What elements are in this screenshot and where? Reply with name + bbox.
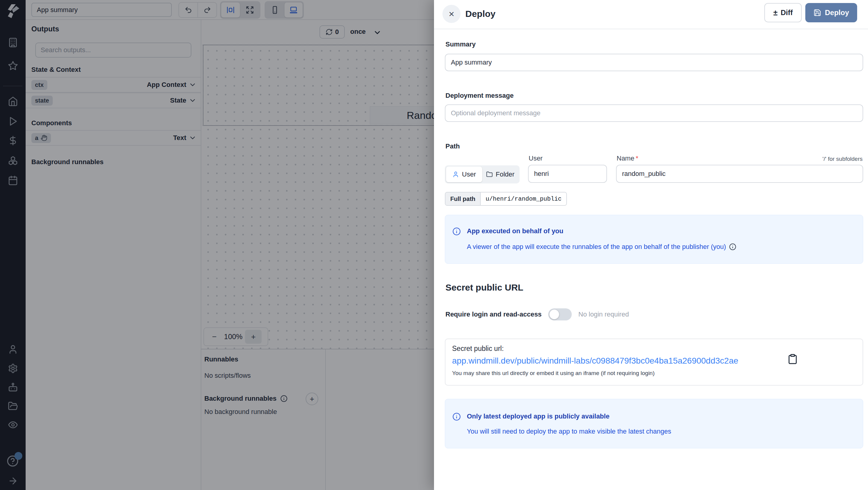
ctx-chip: ctx bbox=[31, 80, 47, 90]
state-type-label: State bbox=[170, 96, 186, 105]
background-runnables-empty-text: No background runnable bbox=[204, 408, 277, 416]
rail-divider bbox=[3, 86, 22, 86]
owner-folder-option[interactable]: Folder bbox=[482, 167, 518, 182]
laptop-icon bbox=[289, 6, 298, 14]
notification-dot bbox=[14, 452, 22, 460]
ctx-type-label: App Context bbox=[147, 81, 186, 89]
output-row-state[interactable]: state State bbox=[26, 93, 201, 108]
centered-layout-button[interactable] bbox=[221, 2, 240, 18]
fullwidth-layout-button[interactable] bbox=[241, 2, 259, 18]
component-a-chip: a bbox=[31, 133, 51, 143]
login-state-label: No login required bbox=[578, 311, 629, 318]
state-chip: state bbox=[31, 96, 53, 106]
folder-open-icon[interactable] bbox=[8, 401, 18, 411]
path-user-input[interactable] bbox=[528, 165, 607, 183]
add-background-runnable-button[interactable]: + bbox=[306, 393, 318, 405]
latest-info-body: You will still need to deploy the app to… bbox=[467, 428, 671, 435]
owner-user-label: User bbox=[462, 171, 476, 178]
full-path-label: Full path bbox=[445, 193, 481, 205]
latest-info-box: Only latest deployed app is publicly ava… bbox=[445, 399, 863, 449]
windmill-app-editor: Outputs State & Context ctx App Context … bbox=[0, 0, 868, 490]
settings-gear-icon[interactable] bbox=[8, 363, 18, 374]
building-icon[interactable] bbox=[8, 37, 18, 48]
undo-icon bbox=[184, 6, 192, 14]
drawer-title: Deploy bbox=[465, 9, 495, 19]
components-title: Components bbox=[31, 119, 72, 127]
secret-url-note: You may share this url directly or embed… bbox=[452, 370, 655, 377]
require-login-label: Require login and read-access bbox=[445, 311, 541, 318]
star-icon[interactable] bbox=[8, 61, 18, 71]
chevron-down-icon[interactable] bbox=[189, 81, 196, 89]
info-icon bbox=[453, 412, 461, 421]
runnables-title: Runnables bbox=[204, 355, 238, 363]
chevron-down-icon[interactable] bbox=[189, 134, 196, 142]
home-icon[interactable] bbox=[8, 96, 18, 107]
bot-icon[interactable] bbox=[8, 382, 18, 392]
summary-label: Summary bbox=[445, 40, 475, 48]
secret-url-title: Secret public URL bbox=[445, 282, 523, 293]
windmill-logo-icon[interactable] bbox=[4, 3, 21, 19]
zoom-in-button[interactable]: + bbox=[245, 330, 261, 344]
help-button[interactable] bbox=[7, 455, 20, 468]
deployment-message-input[interactable] bbox=[445, 105, 863, 122]
save-icon bbox=[813, 9, 821, 17]
schedules-calendar-icon[interactable] bbox=[8, 175, 18, 185]
refresh-count-button[interactable]: 0 bbox=[319, 25, 345, 39]
chevron-down-icon[interactable] bbox=[189, 96, 196, 105]
zoom-controls: − 100% + bbox=[204, 327, 268, 346]
close-button[interactable]: × bbox=[442, 5, 461, 23]
clipboard-copy-icon[interactable] bbox=[787, 354, 798, 365]
drawer-header-divider bbox=[434, 29, 868, 29]
deploy-button-label: Deploy bbox=[825, 8, 849, 17]
secret-url-link[interactable]: app.windmill.dev/public/windmill-labs/c0… bbox=[452, 356, 738, 366]
topbar-divider bbox=[26, 19, 434, 20]
require-login-toggle[interactable] bbox=[548, 308, 572, 320]
info-tooltip-icon[interactable] bbox=[729, 243, 736, 251]
secret-url-label: Secret public url: bbox=[452, 345, 504, 353]
app-summary-input[interactable] bbox=[31, 3, 172, 17]
search-outputs-input[interactable] bbox=[35, 42, 191, 58]
refresh-count: 0 bbox=[335, 28, 339, 36]
path-name-input[interactable] bbox=[616, 165, 863, 183]
owner-user-option[interactable]: User bbox=[446, 167, 482, 182]
user-icon[interactable] bbox=[8, 344, 18, 354]
run-mode-chevron-icon[interactable] bbox=[373, 28, 381, 37]
variables-dollar-icon[interactable] bbox=[8, 136, 18, 146]
run-mode-label[interactable]: once bbox=[350, 28, 366, 36]
collapse-arrow-right-icon[interactable] bbox=[8, 476, 18, 486]
mobile-view-button[interactable] bbox=[266, 2, 284, 18]
background-runnables-title: Background runnables bbox=[31, 158, 104, 166]
component-a-id: a bbox=[35, 135, 38, 142]
plus-minus-icon: ± bbox=[773, 8, 778, 18]
require-login-row: Require login and read-access No login r… bbox=[445, 308, 629, 320]
output-row-ctx[interactable]: ctx App Context bbox=[26, 77, 201, 93]
eye-icon[interactable] bbox=[8, 420, 18, 430]
summary-input[interactable] bbox=[445, 54, 863, 71]
smartphone-icon bbox=[271, 6, 279, 14]
output-row-component-a[interactable]: a Text bbox=[26, 130, 201, 146]
device-toggle-group bbox=[265, 1, 304, 19]
runs-play-icon[interactable] bbox=[8, 116, 18, 126]
info-icon bbox=[453, 227, 461, 236]
owner-kind-toggle: User Folder bbox=[445, 165, 520, 183]
user-icon bbox=[453, 171, 459, 178]
behalf-info-box: App executed on behalf of you A viewer o… bbox=[445, 215, 863, 264]
deploy-button[interactable]: Deploy bbox=[805, 3, 857, 22]
diff-button[interactable]: ± Diff bbox=[764, 3, 802, 22]
background-runnables-header: Background runnables bbox=[204, 395, 287, 403]
zoom-out-button[interactable]: − bbox=[207, 332, 221, 342]
component-a-type-label: Text bbox=[173, 134, 186, 142]
behalf-info-body: A viewer of the app will execute the run… bbox=[467, 243, 726, 251]
deployment-message-label: Deployment message bbox=[445, 92, 514, 99]
behalf-info-body-row: A viewer of the app will execute the run… bbox=[467, 243, 736, 251]
latest-info-title: Only latest deployed app is publicly ava… bbox=[467, 412, 610, 420]
desktop-view-button[interactable] bbox=[284, 2, 303, 18]
background-runnables-panel-title: Background runnables bbox=[204, 395, 277, 403]
undo-button[interactable] bbox=[179, 3, 197, 17]
folder-icon bbox=[486, 171, 493, 178]
redo-button[interactable] bbox=[198, 3, 216, 17]
centered-layout-icon bbox=[226, 6, 235, 14]
state-context-title: State & Context bbox=[31, 66, 81, 74]
close-icon: × bbox=[449, 8, 455, 20]
resources-boxes-icon[interactable] bbox=[8, 155, 18, 166]
